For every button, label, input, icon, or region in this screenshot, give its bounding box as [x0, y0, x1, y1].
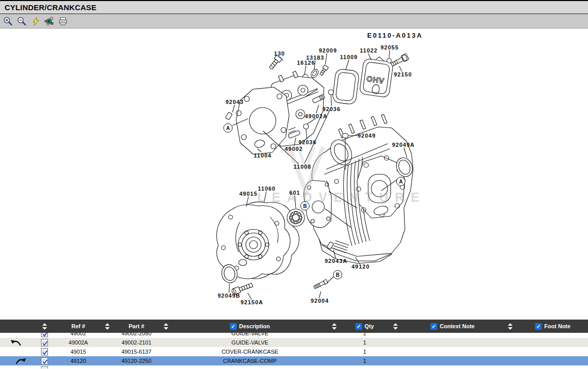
back-reference-arrow-icon[interactable]	[10, 339, 22, 347]
foot-note-column-checkbox[interactable]	[535, 323, 542, 330]
table-row[interactable]: 4900249002-2050GUIDE-VALVE1	[0, 333, 588, 338]
sort-icon[interactable]	[105, 323, 110, 330]
part-number-label[interactable]: 49120	[351, 263, 370, 270]
part-number-label[interactable]: 92049	[357, 133, 376, 139]
sort-icon[interactable]	[508, 323, 513, 330]
part-highlight-icon[interactable]	[44, 16, 55, 27]
callout-a: A	[223, 123, 233, 133]
table-row[interactable]	[0, 365, 588, 368]
part-number-label[interactable]: 11022	[360, 47, 378, 54]
column-header-foot-note[interactable]: Foot Note	[544, 323, 570, 329]
part-number-label[interactable]: 92150	[394, 71, 412, 77]
part-detail-icon[interactable]	[41, 366, 48, 368]
callout-a: A	[396, 177, 405, 186]
table-row[interactable]: 4901549015-6137COVER-CRANKCASE1	[0, 347, 588, 356]
callout-b: B	[300, 201, 310, 210]
qty-column-checkbox[interactable]	[355, 323, 362, 330]
ref-cell[interactable]: 49120	[57, 356, 99, 365]
column-header-ref[interactable]: Ref #	[71, 323, 85, 329]
callout-b: B	[333, 270, 342, 279]
description-column-checkbox[interactable]	[230, 323, 237, 330]
column-header-qty[interactable]: Qty	[365, 323, 374, 329]
part-number-label[interactable]: 92043	[225, 99, 244, 105]
column-header-description[interactable]: Description	[239, 323, 270, 329]
parts-diagram-canvas[interactable]: OHV	[0, 29, 588, 320]
part-number-label[interactable]: 92055	[380, 44, 399, 50]
zoom-out-icon[interactable]	[16, 16, 27, 27]
table-row[interactable]: 4912049120-2250CRANKCASE-COMP1	[0, 356, 588, 365]
forward-reference-arrow-icon[interactable]	[15, 357, 27, 365]
description-cell[interactable]: GUIDE-VALVE	[173, 338, 326, 347]
part-number-label[interactable]: 92150A	[241, 299, 264, 305]
sort-icon[interactable]	[164, 323, 168, 330]
qty-cell[interactable]: 1	[342, 338, 388, 347]
page-title: CYLINDER/CRANKCASE	[5, 3, 96, 12]
part-number-label[interactable]: 49015	[239, 191, 258, 197]
part-detail-icon[interactable]	[41, 348, 48, 356]
part-cell[interactable]: 49120-2250	[115, 356, 158, 365]
part-number-label[interactable]: 92036	[298, 139, 317, 145]
part-cell[interactable]: 49015-6137	[115, 347, 158, 356]
column-header-part[interactable]: Part #	[129, 323, 144, 329]
part-number-label[interactable]: 49002	[285, 146, 303, 152]
part-number-label[interactable]: 11009	[340, 54, 358, 60]
part-number-label[interactable]: 11008	[294, 164, 312, 170]
table-row[interactable]: 49002A49002-2101GUIDE-VALVE1	[0, 338, 588, 347]
part-number-label[interactable]: 601	[289, 190, 300, 196]
part-number-label[interactable]: 92009	[319, 47, 337, 54]
qty-cell[interactable]: 1	[342, 333, 388, 338]
part-number-label[interactable]: 92036	[322, 106, 341, 112]
part-cell[interactable]: 49002-2050	[115, 333, 158, 338]
part-number-label[interactable]: 11004	[254, 152, 272, 159]
part-number-label[interactable]: 49002A	[305, 113, 328, 119]
watermark-text: LEADVENTURE	[254, 190, 429, 205]
qty-cell[interactable]: 1	[342, 356, 388, 365]
flash-icon[interactable]	[30, 16, 41, 27]
ref-cell[interactable]: 49002	[57, 333, 99, 338]
part-detail-icon[interactable]	[41, 333, 48, 337]
description-cell[interactable]: CRANKCASE-COMP	[173, 356, 326, 365]
sort-icon[interactable]	[332, 323, 337, 330]
part-cell[interactable]: 49002-2101	[115, 338, 158, 347]
part-number-label[interactable]: 92049B	[218, 293, 241, 299]
part-number-label[interactable]: 92043A	[325, 258, 348, 264]
part-number-label[interactable]: 13183	[306, 55, 324, 61]
qty-cell[interactable]: 1	[342, 347, 388, 356]
part-number-label[interactable]: 130	[274, 50, 285, 57]
zoom-in-icon[interactable]	[3, 16, 13, 27]
print-icon[interactable]	[58, 16, 68, 27]
part-number-label[interactable]: 92004	[311, 298, 329, 304]
description-cell[interactable]: COVER-CRANKCASE	[173, 347, 326, 356]
part-detail-icon[interactable]	[41, 357, 48, 365]
table-header-row: Ref # Part # Description Qty Context Not…	[0, 320, 588, 333]
part-number-label[interactable]: 92049A	[392, 142, 415, 148]
description-cell[interactable]: GUIDE-VALVE	[173, 333, 326, 338]
part-number-label[interactable]: 11060	[258, 186, 276, 192]
parts-table: Ref # Part # Description Qty Context Not…	[0, 320, 588, 368]
part-detail-icon[interactable]	[41, 338, 48, 347]
context-note-column-checkbox[interactable]	[430, 323, 437, 330]
diagram-toolbar	[0, 14, 588, 29]
ref-cell[interactable]: 49002A	[57, 338, 99, 347]
table-body: 4900249002-2050GUIDE-VALVE149002A49002-2…	[0, 333, 588, 368]
sort-icon[interactable]	[393, 323, 398, 330]
column-header-context-note[interactable]: Context Note	[440, 323, 474, 329]
ref-cell[interactable]: 49015	[57, 347, 99, 356]
title-bar: CYLINDER/CRANKCASE	[0, 0, 588, 14]
sort-icon[interactable]	[42, 323, 47, 330]
diagram-code: E0110-A013A	[367, 32, 423, 39]
